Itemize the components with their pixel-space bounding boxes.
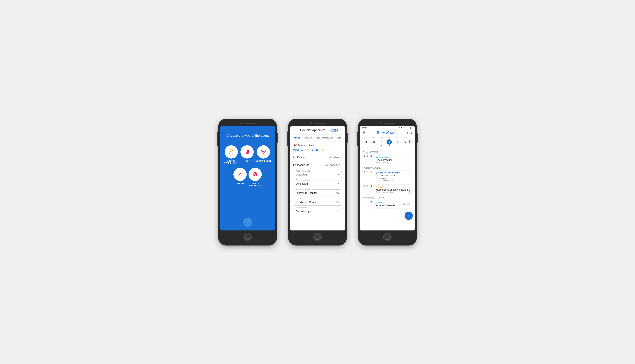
specialization-field[interactable]: Specialization Dermatologist 🔍 (293, 208, 342, 215)
event-label-disease: DISEASE (236, 182, 244, 184)
date-row: 08/05/19 ✏️ 14:45 ✏️ (293, 148, 342, 151)
specialization-search-icon: 🔍 (336, 210, 340, 213)
svg-line-7 (238, 173, 241, 176)
tab-drugs[interactable]: DRUGS (302, 135, 315, 141)
event-content-blood-pressure[interactable]: MEASUREMENT Blood pressure 120/80 mm Hg … (374, 155, 412, 165)
day-dot-23 (396, 145, 398, 146)
day-num-23: 23 (394, 140, 400, 144)
date-edit-icon[interactable]: ✏️ (306, 148, 309, 151)
event-content-dr-linda[interactable]: DOCTOR APPOINTMENT Dr. Linda M. Nicoll G… (374, 170, 412, 183)
event-time-1940: 19:40 (362, 155, 369, 157)
day-num-24: 24 (402, 140, 408, 144)
day-name-tue: Tue (364, 137, 367, 139)
phone-3-speaker (384, 123, 395, 124)
time-edit-icon[interactable]: ✏️ (321, 148, 324, 151)
tab-recommendations[interactable]: RECOMMENDATIONS (315, 135, 344, 141)
event-circle-test (240, 145, 254, 158)
event-type-disease: DISEASE (376, 202, 395, 204)
phone-2-top-bar (290, 121, 345, 126)
filter-icon[interactable]: ⇅ (410, 131, 412, 134)
day-col-thu[interactable]: Thu 21 (378, 137, 385, 146)
event-item-disease[interactable]: DISEASE (234, 168, 247, 186)
appointment-type-arrow-icon: ▼ (337, 173, 340, 176)
close-fab-button[interactable]: × (243, 218, 252, 227)
event-content-acne[interactable]: DISEASE Acne and rosacea 03/18/19 (374, 200, 412, 208)
event-type-measurement: MEASUREMENT (376, 156, 410, 158)
treatment-provider-field[interactable]: Treatment provider Lenox Hill Hospital 🔍 (293, 190, 342, 196)
svg-point-5 (246, 153, 247, 154)
svg-line-9 (238, 176, 239, 176)
day-col-sat[interactable]: Sat 23 (393, 137, 401, 146)
event-item-measurement[interactable]: MEASUREMENT (256, 145, 271, 164)
phone-1-camera (240, 122, 242, 124)
event-item-doctor[interactable]: DOCTORAPPOINTMENT (224, 145, 238, 164)
event-blood-pressure: 19:40 MEASUREMENT Blood pressure 120/80 … (362, 155, 412, 165)
svg-rect-2 (231, 153, 232, 154)
day-col-wed[interactable]: Wed 20 (370, 137, 377, 146)
day-dot-21 (381, 145, 382, 146)
day-name-sat: Sat (396, 137, 398, 139)
day-col-tue[interactable]: Tue 19 (362, 137, 369, 146)
direction-row[interactable]: Направление Not specified › (293, 161, 342, 169)
event-item-test[interactable]: TEST (240, 145, 254, 164)
notification-value: Disabled › (330, 156, 342, 159)
phone-1-home-button[interactable] (243, 233, 252, 242)
tab-te[interactable]: TE (344, 135, 345, 141)
day-dot-19 (365, 145, 366, 146)
phone-1-top-bar (220, 121, 275, 126)
svg-point-12 (254, 175, 255, 176)
phone-3-home-button[interactable] (383, 233, 392, 242)
status-icon-signal: ▲ (408, 127, 409, 129)
day-col-fri[interactable]: Fri 22 (386, 137, 393, 146)
menu-icon[interactable]: ☰ (362, 131, 365, 135)
calendar-icon: 📅 (293, 144, 297, 147)
phone-1-speaker (244, 123, 255, 124)
calendar-strip: Tue 19 Wed 20 Thu 21 Fri (360, 136, 415, 148)
event-label-doctor: DOCTORAPPOINTMENT (224, 160, 238, 164)
event-circle-disease (234, 168, 247, 181)
status-icon-wifi: ▲ (405, 127, 407, 129)
specialization-value: Dermatologist (296, 210, 312, 213)
back-button[interactable]: ← (293, 128, 296, 132)
event-acne-date: 03/18/19 (402, 203, 410, 205)
date-time-section-header: 📅 Date and time (293, 144, 342, 147)
appointment-state-label: Appointment state (295, 179, 311, 181)
date-header-friday: Friday, 03/22/19 (362, 151, 412, 154)
event-time-1931: 19:31 (362, 170, 369, 173)
treatment-provider-value: Lenox Hill Hospital (296, 192, 317, 194)
phone-2-home-button[interactable] (313, 233, 322, 242)
check-button[interactable]: ✓ (339, 128, 342, 132)
doctor-search-icon: 🔍 (336, 201, 340, 204)
event-sub-result: Result not specified (376, 191, 410, 193)
event-name-mycoplasma: Mycoplasma pneumoniae, ант... (376, 188, 410, 191)
specialization-label: Specialization (295, 207, 308, 209)
event-disease-acne: DISEASE Acne and rosacea 03/18/19 (362, 200, 412, 208)
phone-1-screen: Choose the type of the event DOCTORAPPOI… (220, 126, 275, 230)
tab-main[interactable]: MAIN (292, 135, 302, 141)
add-event-fab[interactable]: + (405, 212, 413, 220)
event-dot-teal (370, 201, 372, 202)
notification-label: Notification (293, 156, 306, 159)
event-circle-doctor (224, 145, 238, 158)
calendar-icon[interactable] (409, 139, 413, 144)
pdf-button[interactable]: PDF (331, 128, 338, 132)
event-more-icon-2[interactable]: ⋮ (408, 172, 411, 176)
appointment-type-dropdown[interactable]: Appointment type Outpatient ▼ (293, 171, 342, 178)
notification-row[interactable]: Notification Disabled › (293, 154, 342, 161)
event-item-drugs[interactable]: DRUGSRECEPTION (248, 168, 262, 186)
direction-chevron-icon: › (341, 164, 342, 166)
event-label-test: TEST (244, 160, 250, 162)
event-more-icon-1[interactable]: ⋮ (408, 156, 411, 160)
appointment-body: 📅 Date and time 08/05/19 ✏️ 14:45 ✏️ Not… (290, 142, 345, 230)
status-icon-p: P (402, 127, 402, 129)
search-icon[interactable]: ⌕ (407, 131, 409, 134)
appointment-state-dropdown[interactable]: Appointment state Scheduled ▼ (293, 180, 342, 187)
event-content-mycoplasma[interactable]: TEST Mycoplasma pneumoniae, ант... Resul… (374, 184, 412, 195)
time-value: 14:45 (312, 148, 318, 151)
event-more-icon-3[interactable]: ⋮ (408, 186, 411, 190)
day-name-fri: Fri (388, 137, 390, 139)
svg-rect-4 (248, 150, 248, 153)
day-col-sun[interactable]: Sun 24 (401, 137, 409, 146)
doctor-field[interactable]: Doctor Dr. Michael Shapiro 🔍 (293, 199, 342, 206)
agenda-body: Friday, 03/22/19 19:40 MEASUREMENT Blood… (360, 148, 415, 230)
